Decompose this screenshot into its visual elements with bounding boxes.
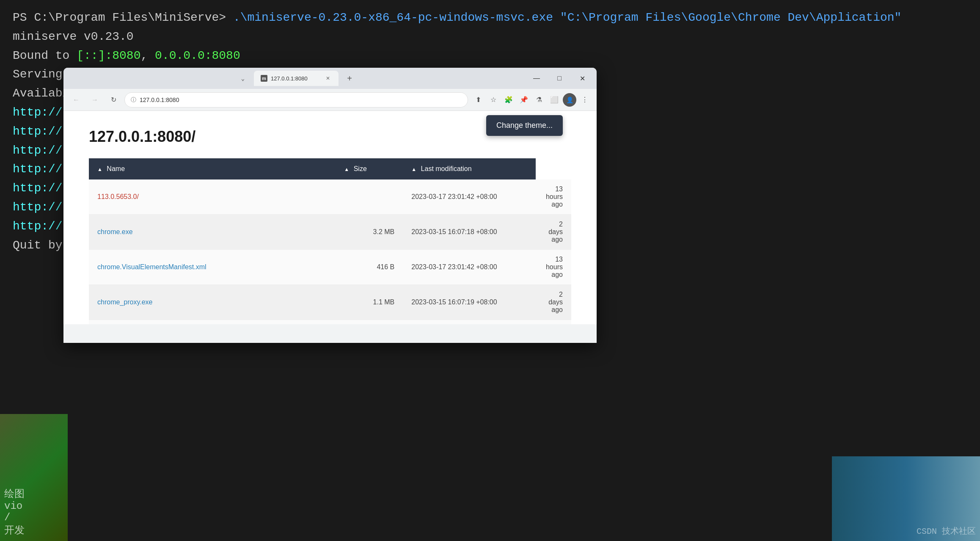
- file-name-cell: chrome.VisualElementsManifest.xml: [89, 250, 336, 285]
- file-ago-cell: 2 days ago: [536, 285, 571, 320]
- file-modified-cell: 2023-03-17 23:01:42 +08:00: [403, 179, 535, 215]
- file-link[interactable]: chrome.VisualElementsManifest.xml: [97, 263, 206, 270]
- address-security-icon: ⓘ: [131, 96, 136, 104]
- address-bar[interactable]: ⓘ 127.0.0.1:8080: [124, 92, 468, 108]
- file-link[interactable]: 113.0.5653.0/: [97, 193, 139, 200]
- bookmark-button[interactable]: ☆: [487, 93, 500, 107]
- table-row: 113.0.5653.0/2023-03-17 23:01:42 +08:001…: [89, 179, 571, 215]
- table-row: chrome.exe3.2 MB2023-03-15 16:07:18 +08:…: [89, 215, 571, 250]
- title-bar: ⌄ m 127.0.0.1:8080 ✕ + — □ ✕: [63, 68, 597, 89]
- file-table: ▲ Name ▲ Size ▲ Last modification 113.0.…: [89, 158, 571, 324]
- minimize-button[interactable]: —: [527, 72, 546, 85]
- tab-close-button[interactable]: ✕: [324, 75, 332, 82]
- menu-button[interactable]: ⋮: [578, 93, 592, 107]
- table-row: master_preferences469.4 KB2023-02-02 10:…: [89, 320, 571, 325]
- maximize-button[interactable]: □: [550, 72, 569, 85]
- file-size-cell: 469.4 KB: [336, 320, 403, 325]
- terminal-arg: "C:\Program Files\Google\Chrome Dev\Appl…: [560, 11, 902, 24]
- table-header-row: ▲ Name ▲ Size ▲ Last modification: [89, 158, 571, 179]
- file-ago-cell: 2 days ago: [536, 215, 571, 250]
- sort-arrow-name: ▲: [97, 166, 102, 172]
- column-size-label: Size: [354, 165, 367, 172]
- file-ago-cell: 13 hours ago: [536, 179, 571, 215]
- back-button[interactable]: ←: [69, 92, 84, 108]
- terminal-prompt: PS C:\Program Files\MiniServe>: [13, 11, 233, 24]
- sort-arrow-size: ▲: [344, 166, 349, 172]
- profile-button[interactable]: 👤: [563, 93, 576, 107]
- file-modified-cell: 2023-03-15 16:07:18 +08:00: [403, 215, 535, 250]
- terminal-line-1: PS C:\Program Files\MiniServe> .\miniser…: [13, 8, 967, 28]
- table-row: chrome_proxy.exe1.1 MB2023-03-15 16:07:1…: [89, 285, 571, 320]
- file-ago-cell: a month ago: [536, 320, 571, 325]
- file-modified-cell: 2023-03-15 16:07:19 +08:00: [403, 285, 535, 320]
- tab-favicon: m: [261, 75, 267, 82]
- table-row: chrome.VisualElementsManifest.xml416 B20…: [89, 250, 571, 285]
- file-size-cell: [336, 179, 403, 215]
- file-link[interactable]: chrome_proxy.exe: [97, 298, 152, 306]
- file-size-cell: 1.1 MB: [336, 285, 403, 320]
- lab-button[interactable]: ⚗: [532, 93, 546, 107]
- sidebar-button[interactable]: ⬜: [548, 93, 561, 107]
- terminal-line-2: miniserve v0.23.0: [13, 28, 967, 47]
- column-header-modified[interactable]: ▲ Last modification: [403, 158, 535, 179]
- column-modified-label: Last modification: [421, 165, 472, 172]
- extensions-button[interactable]: 🧩: [502, 93, 515, 107]
- close-button[interactable]: ✕: [573, 72, 592, 85]
- terminal-line-3: Bound to [::]:8080, 0.0.0.0:8080: [13, 47, 967, 66]
- window-controls: — □ ✕: [527, 72, 592, 85]
- new-tab-button[interactable]: +: [342, 71, 357, 86]
- file-name-cell: chrome.exe: [89, 215, 336, 250]
- file-link[interactable]: chrome.exe: [97, 228, 133, 235]
- file-modified-cell: 2023-02-02 10:40:54 +08:00: [403, 320, 535, 325]
- column-name-label: Name: [107, 165, 125, 172]
- tab-dropdown-button[interactable]: ⌄: [235, 71, 251, 86]
- nav-actions: ⬆ ☆ 🧩 📌 ⚗ ⬜ 👤 ⋮: [471, 93, 592, 107]
- browser-tab-active[interactable]: m 127.0.0.1:8080 ✕: [254, 71, 339, 86]
- bottom-left-overlay: 绘图 vio / 开发: [0, 483, 29, 541]
- address-text: 127.0.0.1:8080: [140, 97, 462, 103]
- column-header-name[interactable]: ▲ Name: [89, 158, 336, 179]
- tab-title-text: 127.0.0.1:8080: [271, 75, 321, 82]
- terminal-command: .\miniserve-0.23.0-x86_64-pc-windows-msv…: [233, 11, 553, 24]
- share-button[interactable]: ⬆: [471, 93, 485, 107]
- file-name-cell: 113.0.5653.0/: [89, 179, 336, 215]
- reload-button[interactable]: ↻: [106, 92, 121, 108]
- file-name-cell: master_preferences: [89, 320, 336, 325]
- forward-button[interactable]: →: [87, 92, 102, 108]
- page-content: Change theme... 127.0.0.1:8080/ ▲ Name ▲…: [63, 111, 597, 324]
- file-table-body: 113.0.5653.0/2023-03-17 23:01:42 +08:001…: [89, 179, 571, 324]
- browser-window: ⌄ m 127.0.0.1:8080 ✕ + — □ ✕ ← → ↻ ⓘ 127…: [63, 68, 597, 343]
- pin-button[interactable]: 📌: [517, 93, 531, 107]
- file-size-cell: 3.2 MB: [336, 215, 403, 250]
- bottom-right-watermark: CSDN 技术社区: [917, 525, 976, 537]
- column-header-size[interactable]: ▲ Size: [336, 158, 403, 179]
- change-theme-popup[interactable]: Change theme...: [486, 115, 563, 136]
- sort-arrow-modified: ▲: [411, 166, 416, 172]
- file-ago-cell: 13 hours ago: [536, 250, 571, 285]
- file-modified-cell: 2023-03-17 23:01:42 +08:00: [403, 250, 535, 285]
- file-name-cell: chrome_proxy.exe: [89, 285, 336, 320]
- file-size-cell: 416 B: [336, 250, 403, 285]
- navigation-bar: ← → ↻ ⓘ 127.0.0.1:8080 ⬆ ☆ 🧩 📌 ⚗ ⬜ 👤 ⋮: [63, 89, 597, 111]
